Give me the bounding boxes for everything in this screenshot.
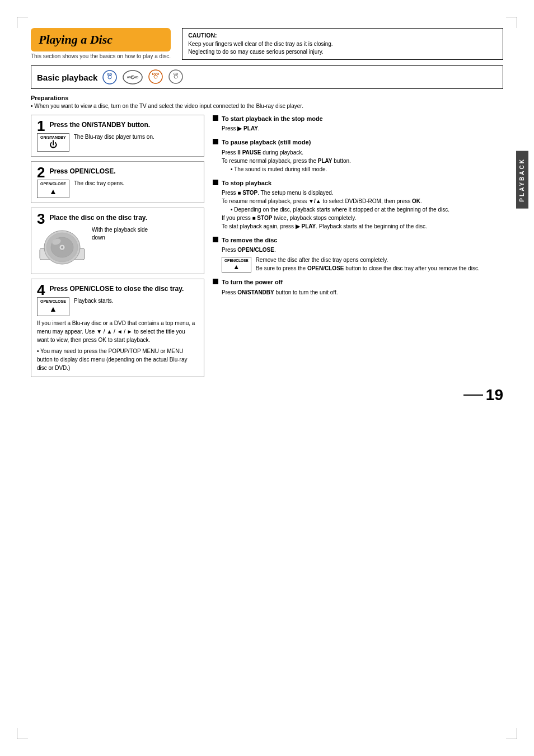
instr-2-body: Press II PAUSE during playback. To resum… bbox=[213, 148, 503, 173]
preparations-text: • When you want to view a disc, turn on … bbox=[31, 103, 503, 109]
instr-5-title: To turn the power off bbox=[222, 278, 283, 286]
corner-mark-br bbox=[506, 728, 517, 739]
remove-disc-layout: OPEN/CLOSE ▲ Remove the disc after the d… bbox=[213, 256, 503, 273]
step-2-number: 2 bbox=[37, 165, 45, 180]
instr-4-pre: Press OPEN/CLOSE. bbox=[213, 246, 503, 254]
caution-label: CAUTION: bbox=[188, 32, 497, 39]
step-3: 3 Place the disc on the disc tray. bbox=[31, 208, 204, 274]
step-1-desc: The Blu-ray disc player turns on. bbox=[74, 133, 198, 141]
page-number-area: 19 bbox=[463, 386, 503, 404]
badge-bd: BD bbox=[102, 69, 118, 85]
instruction-stop-playback: To stop playback Press ■ STOP. The setup… bbox=[213, 179, 503, 231]
instr-1-title: To start playback in the stop mode bbox=[222, 115, 323, 123]
step-1-icon: ON/STANDBY ⏻ bbox=[37, 133, 69, 152]
svg-text:DVD: DVD bbox=[152, 72, 160, 76]
corner-mark-bl bbox=[17, 728, 28, 739]
svg-text:AVCHD: AVCHD bbox=[127, 76, 139, 79]
section-header: Basic playback BD AVCHD DVD bbox=[31, 65, 503, 89]
badge-cd: CD bbox=[168, 69, 184, 86]
section-title: Basic playback bbox=[37, 73, 97, 82]
step-4-note: You may need to press the POPUP/TOP MENU… bbox=[37, 347, 198, 372]
svg-text:BD: BD bbox=[107, 73, 113, 76]
remove-disc-icon: OPEN/CLOSE ▲ bbox=[222, 257, 251, 273]
step-3-desc: With the playback side down bbox=[92, 226, 198, 242]
bullet-square-4 bbox=[213, 237, 218, 242]
step-3-title: Place the disc on the disc tray. bbox=[37, 213, 198, 223]
title-section: Playing a Disc This section shows you th… bbox=[31, 28, 503, 60]
disc-image bbox=[37, 226, 87, 269]
instruction-power-off: To turn the power off Press ON/STANDBY b… bbox=[213, 278, 503, 296]
bullet-square-3 bbox=[213, 180, 218, 185]
step-2: 2 Press OPEN/CLOSE. OPEN/CLOSE ▲ The dis… bbox=[31, 161, 204, 203]
instr-4-title: To remove the disc bbox=[222, 236, 277, 244]
instruction-remove-disc: To remove the disc Press OPEN/CLOSE. OPE… bbox=[213, 236, 503, 273]
step-1-number: 1 bbox=[37, 119, 45, 133]
preparations-label: Preparations bbox=[31, 95, 503, 101]
step-4: 4 Press OPEN/CLOSE to close the disc tra… bbox=[31, 279, 204, 377]
step-4-sub: Playback starts. bbox=[74, 297, 198, 305]
step-4-title: Press OPEN/CLOSE to close the disc tray. bbox=[37, 284, 198, 294]
main-content: 1 Press the ON/STANDBY button. ON/STANDB… bbox=[31, 115, 503, 382]
instruction-pause-playback: To pause playback (still mode) Press II … bbox=[213, 138, 503, 173]
instr-3-bullet1: Depending on the disc, playback starts w… bbox=[222, 206, 449, 213]
step-3-number: 3 bbox=[37, 212, 45, 226]
instr-1-body: Press ▶ PLAY. bbox=[213, 124, 503, 133]
step-2-desc: The disc tray opens. bbox=[74, 180, 198, 187]
instr-3-title: To stop playback bbox=[222, 179, 271, 187]
svg-text:CD: CD bbox=[174, 72, 179, 76]
step-4-body: If you insert a Blu-ray disc or a DVD th… bbox=[37, 319, 198, 344]
corner-mark-tl bbox=[17, 17, 28, 28]
right-column: To start playback in the stop mode Press… bbox=[213, 115, 503, 382]
caution-box: CAUTION: Keep your fingers well clear of… bbox=[182, 28, 503, 60]
instr-3-body: Press ■ STOP. The setup menu is displaye… bbox=[213, 189, 503, 231]
page-title: Playing a Disc bbox=[39, 32, 163, 47]
preparations-section: Preparations • When you want to view a d… bbox=[31, 95, 503, 109]
instruction-start-playback: To start playback in the stop mode Press… bbox=[213, 115, 503, 133]
step-1-title: Press the ON/STANDBY button. bbox=[37, 120, 198, 130]
badge-dvd: DVD bbox=[148, 69, 163, 86]
badge-avchd: AVCHD bbox=[122, 69, 143, 85]
corner-mark-tr bbox=[506, 17, 517, 28]
step-1: 1 Press the ON/STANDBY button. ON/STANDB… bbox=[31, 115, 204, 157]
title-subtitle: This section shows you the basics on how… bbox=[31, 53, 171, 59]
instr-2-bullet: The sound is muted during still mode. bbox=[222, 166, 327, 172]
instr-5-body: Press ON/STANDBY button to turn the unit… bbox=[213, 288, 503, 297]
page-number-line bbox=[463, 395, 483, 396]
instr-2-title: To pause playback (still mode) bbox=[222, 138, 311, 146]
bullet-square-2 bbox=[213, 139, 218, 144]
caution-text: Keep your fingers well clear of the disc… bbox=[188, 40, 497, 56]
step-2-title: Press OPEN/CLOSE. bbox=[37, 166, 198, 176]
playback-sidebar-tab: PLAYBACK bbox=[516, 151, 528, 209]
remove-disc-text: Remove the disc after the disc tray open… bbox=[256, 256, 480, 273]
svg-point-17 bbox=[61, 246, 63, 248]
title-box: Playing a Disc bbox=[31, 28, 171, 51]
bullet-square-1 bbox=[213, 115, 218, 121]
page-number: 19 bbox=[486, 386, 503, 404]
step-4-number: 4 bbox=[37, 283, 45, 297]
step-4-icon: OPEN/CLOSE ▲ bbox=[37, 297, 69, 316]
bullet-square-5 bbox=[213, 279, 218, 284]
left-column: 1 Press the ON/STANDBY button. ON/STANDB… bbox=[31, 115, 204, 382]
step-2-icon: OPEN/CLOSE ▲ bbox=[37, 180, 69, 198]
